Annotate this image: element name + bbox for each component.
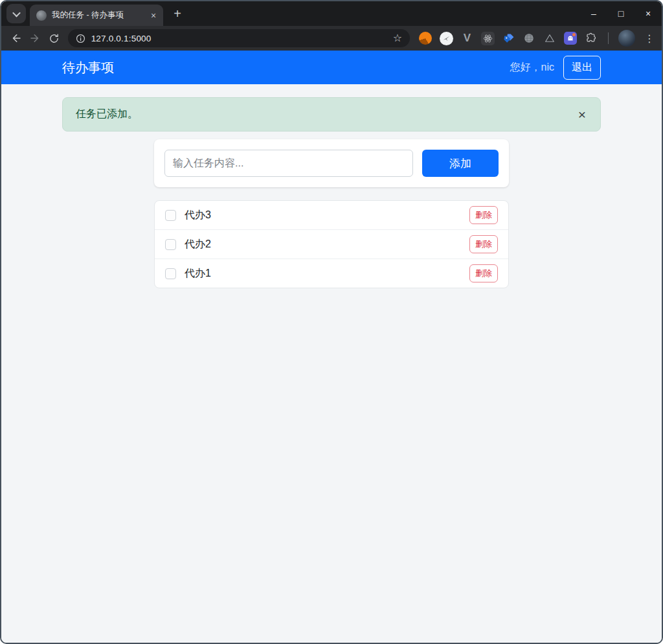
orange-circle-extension-icon[interactable] xyxy=(419,32,433,45)
task-row: 代办3 删除 xyxy=(155,201,508,229)
task-input[interactable] xyxy=(164,150,413,177)
task-label: 代办1 xyxy=(185,267,469,281)
v-extension-icon[interactable]: V xyxy=(460,32,474,45)
delete-task-button[interactable]: 删除 xyxy=(469,264,498,282)
url-text[interactable]: 127.0.0.1:5000 xyxy=(91,34,387,43)
forward-button[interactable] xyxy=(26,29,45,48)
minimize-button[interactable]: – xyxy=(580,1,607,26)
task-row: 代办1 删除 xyxy=(155,259,508,288)
task-checkbox[interactable] xyxy=(165,210,176,221)
tab-search-button[interactable] xyxy=(6,4,26,23)
globe-extension-icon[interactable] xyxy=(523,32,536,45)
task-label: 代办2 xyxy=(185,238,469,251)
tab-close-icon[interactable]: × xyxy=(148,10,159,21)
window-close-button[interactable]: × xyxy=(635,1,662,26)
success-alert: 任务已添加。 × xyxy=(62,97,601,132)
tags-extension-icon[interactable] xyxy=(502,32,515,45)
maximize-button[interactable]: □ xyxy=(607,1,635,26)
navbar-right: 您好，nic 退出 xyxy=(510,56,601,80)
new-tab-button[interactable]: + xyxy=(168,5,186,23)
tab-favicon-globe-icon xyxy=(36,10,47,21)
window-controls: – □ × xyxy=(580,1,662,26)
profile-avatar[interactable] xyxy=(618,30,635,47)
alert-message: 任务已添加。 xyxy=(76,108,138,121)
page-content: 待办事项 您好，nic 退出 任务已添加。 × 添加 代办3 删除 xyxy=(1,51,662,643)
browser-tab[interactable]: 我的任务 - 待办事项 × xyxy=(30,5,163,26)
task-checkbox[interactable] xyxy=(165,268,176,279)
delete-task-button[interactable]: 删除 xyxy=(469,206,498,224)
task-checkbox[interactable] xyxy=(165,239,176,250)
task-label: 代办3 xyxy=(185,209,469,222)
purple-app-extension-icon[interactable] xyxy=(564,32,578,45)
browser-menu-button[interactable]: ⋮ xyxy=(642,32,657,45)
alert-close-icon[interactable]: × xyxy=(577,108,587,121)
bird-extension-icon[interactable] xyxy=(440,32,453,45)
app-brand[interactable]: 待办事项 xyxy=(62,59,114,76)
tab-strip: 我的任务 - 待办事项 × + – □ × xyxy=(1,1,662,26)
task-list: 代办3 删除 代办2 删除 代办1 删除 xyxy=(154,200,509,288)
reload-icon xyxy=(49,33,60,44)
browser-toolbar: 127.0.0.1:5000 ☆ V xyxy=(1,26,662,51)
extensions-area: V xyxy=(419,30,657,47)
app-navbar: 待办事项 您好，nic 退出 xyxy=(1,51,662,84)
browser-window: 我的任务 - 待办事项 × + – □ × xyxy=(0,0,663,644)
forward-arrow-icon xyxy=(29,32,41,44)
user-greeting: 您好，nic xyxy=(510,61,554,75)
back-arrow-icon xyxy=(10,32,22,44)
puzzle-extensions-icon[interactable] xyxy=(585,32,598,45)
logout-button[interactable]: 退出 xyxy=(563,56,601,80)
back-button[interactable] xyxy=(6,29,26,48)
atom-extension-icon[interactable] xyxy=(481,32,495,45)
site-info-icon[interactable] xyxy=(76,34,85,43)
tab-title: 我的任务 - 待办事项 xyxy=(52,10,142,21)
triangle-extension-icon[interactable] xyxy=(543,32,557,45)
reload-button[interactable] xyxy=(45,29,64,48)
task-row: 代办2 删除 xyxy=(155,229,508,259)
add-task-button[interactable]: 添加 xyxy=(422,150,499,177)
chevron-down-icon xyxy=(12,8,21,17)
address-bar[interactable]: 127.0.0.1:5000 ☆ xyxy=(68,29,410,47)
delete-task-button[interactable]: 删除 xyxy=(469,235,498,253)
toolbar-separator xyxy=(608,32,609,44)
add-task-card: 添加 xyxy=(154,139,509,187)
bookmark-star-icon[interactable]: ☆ xyxy=(393,33,402,43)
